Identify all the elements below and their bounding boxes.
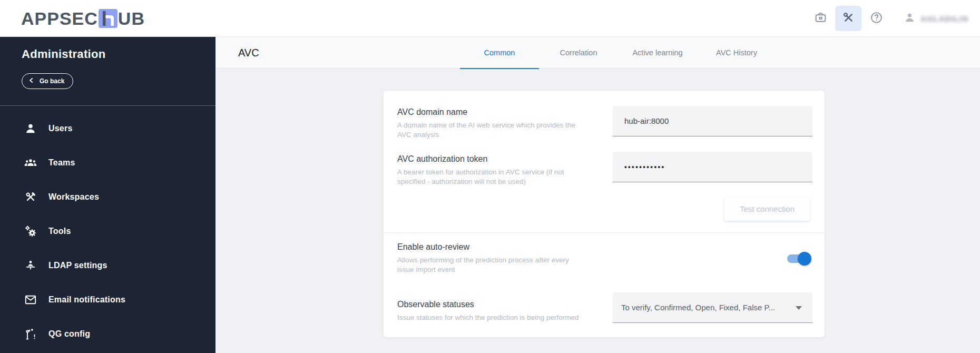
hammer-wrench-icon	[24, 190, 37, 204]
sidebar-item-tools[interactable]: Tools	[0, 214, 215, 248]
appsechub-logo: APPSEC UB	[21, 0, 145, 37]
domain-field-label: AVC domain name	[397, 107, 583, 117]
sidebar-item-label: Workspaces	[48, 192, 99, 202]
auto-review-toggle[interactable]	[787, 254, 809, 263]
account-username: AGLADILIN	[920, 14, 968, 23]
briefcase-button[interactable]	[809, 7, 832, 30]
sidebar-divider	[0, 105, 215, 106]
logo-text-prefix: APPSEC	[21, 8, 98, 29]
domain-field-labelblock: AVC domain name A domain name of the AI …	[397, 107, 583, 140]
sidebar-title: Administration	[22, 47, 215, 61]
chevron-left-icon	[28, 77, 34, 85]
envelope-icon	[24, 293, 37, 307]
toggle-thumb	[798, 252, 811, 266]
crossed-tools-icon	[842, 11, 855, 26]
logo-h-icon	[99, 9, 117, 28]
barrier-icon	[24, 327, 37, 341]
observable-labelblock: Observable statuses Issue statuses for w…	[397, 300, 619, 322]
sidebar-item-qg-config[interactable]: QG config	[0, 317, 215, 351]
ldap-person-icon	[24, 259, 37, 272]
auto-review-label: Enable auto-review	[397, 242, 574, 252]
sidebar-item-label: Email notifications	[48, 295, 125, 305]
auto-review-labelblock: Enable auto-review Allows performing of …	[397, 242, 574, 274]
avc-settings-card: AVC domain name A domain name of the AI …	[384, 91, 825, 337]
admin-sidebar: Administration Go back Users Teams	[0, 37, 215, 353]
sidebar-item-label: LDAP settings	[48, 261, 107, 270]
observable-description: Issue statuses for which the prediction …	[397, 313, 619, 322]
auto-review-description: Allows performing of the prediction proc…	[397, 256, 574, 274]
user-avatar-icon	[904, 12, 916, 26]
sidebar-item-ldap-settings[interactable]: LDAP settings	[0, 248, 215, 282]
logo-text-suffix: UB	[118, 8, 145, 29]
observable-label: Observable statuses	[397, 300, 619, 309]
page-title: AVC	[238, 37, 259, 68]
tab-bar: Common Correlation Active learning AVC H…	[460, 37, 776, 68]
token-field-label: AVC authorization token	[397, 154, 588, 164]
tab-common[interactable]: Common	[460, 37, 539, 68]
sidebar-item-email-notifications[interactable]: Email notifications	[0, 282, 215, 317]
tab-avc-history[interactable]: AVC History	[697, 37, 776, 68]
observable-statuses-select[interactable]: To verify, Confirmed, Open, Fixed, False…	[613, 292, 812, 323]
sidebar-nav: Users Teams Workspaces	[0, 111, 215, 351]
user-icon	[24, 122, 37, 135]
go-back-label: Go back	[40, 77, 64, 85]
token-field-description: A bearer token for authorization in AVC …	[397, 168, 588, 187]
tab-active-learning[interactable]: Active learning	[618, 37, 697, 68]
help-button[interactable]	[865, 7, 888, 30]
briefcase-icon	[814, 11, 827, 26]
sidebar-item-workspaces[interactable]: Workspaces	[0, 180, 215, 214]
token-field-labelblock: AVC authorization token A bearer token f…	[397, 154, 588, 187]
sidebar-item-label: Teams	[48, 158, 75, 168]
domain-input[interactable]	[613, 106, 812, 136]
page-header: AVC Common Correlation Active learning A…	[215, 37, 980, 68]
section-divider	[384, 232, 825, 233]
teams-icon	[24, 156, 37, 170]
dropdown-arrow-icon	[796, 306, 802, 310]
sidebar-item-label: QG config	[48, 329, 90, 339]
top-actions: AGLADILIN	[809, 0, 968, 37]
sidebar-item-label: Users	[48, 124, 72, 133]
help-icon	[870, 11, 883, 26]
gears-icon	[24, 224, 37, 238]
account-menu[interactable]: AGLADILIN	[904, 12, 968, 26]
sidebar-item-users[interactable]: Users	[0, 111, 215, 145]
app-root: APPSEC UB	[0, 0, 980, 353]
token-input[interactable]	[613, 152, 812, 182]
observable-select-value: To verify, Confirmed, Open, Fixed, False…	[613, 303, 775, 312]
top-bar: APPSEC UB	[0, 0, 980, 37]
domain-field-description: A domain name of the AI web service whic…	[397, 121, 583, 140]
tab-correlation[interactable]: Correlation	[539, 37, 618, 68]
go-back-button[interactable]: Go back	[22, 73, 73, 89]
main-content: AVC Common Correlation Active learning A…	[215, 37, 980, 353]
test-connection-button[interactable]: Test connection	[724, 197, 810, 221]
sidebar-item-teams[interactable]: Teams	[0, 145, 215, 180]
admin-tools-button[interactable]	[835, 6, 861, 31]
sidebar-item-label: Tools	[48, 227, 71, 236]
